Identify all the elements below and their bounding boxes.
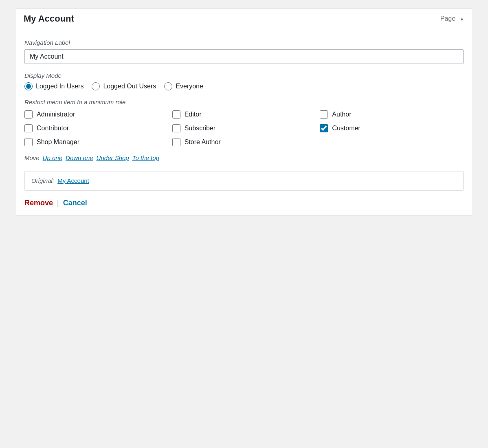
checkbox-customer[interactable]: Customer (320, 124, 464, 132)
radio-logged-in[interactable]: Logged In Users (24, 82, 84, 90)
checkbox-subscriber-input[interactable] (172, 124, 180, 132)
checkbox-author[interactable]: Author (320, 110, 464, 119)
widget-header[interactable]: My Account Page ▲ (16, 9, 472, 29)
radio-logged-out-label: Logged Out Users (103, 83, 156, 90)
display-mode-group: Display Mode Logged In Users Logged Out … (24, 72, 464, 90)
original-box: Original: My Account (24, 171, 464, 191)
checkbox-shop-manager-input[interactable] (24, 138, 33, 146)
widget-title: My Account (24, 13, 74, 24)
radio-logged-in-input[interactable] (24, 82, 33, 90)
checkbox-subscriber-label: Subscriber (185, 125, 215, 132)
checkbox-administrator-label: Administrator (37, 111, 75, 118)
checkbox-author-label: Author (332, 111, 351, 118)
radio-logged-out[interactable]: Logged Out Users (92, 82, 156, 90)
widget-panel: My Account Page ▲ Navigation Label Displ… (16, 8, 472, 216)
checkbox-customer-label: Customer (332, 125, 360, 132)
move-to-top-link[interactable]: To the top (132, 154, 159, 161)
checkbox-author-input[interactable] (320, 110, 328, 119)
checkbox-shop-manager-label: Shop Manager (37, 138, 79, 146)
checkbox-contributor[interactable]: Contributor (24, 124, 168, 132)
checkbox-store-author-label: Store Author (185, 138, 221, 146)
collapse-icon: ▲ (459, 16, 464, 22)
original-link[interactable]: My Account (57, 177, 89, 184)
checkbox-contributor-label: Contributor (37, 125, 69, 132)
nav-label-input[interactable] (24, 49, 464, 64)
checkbox-administrator[interactable]: Administrator (24, 110, 168, 119)
checkbox-editor-input[interactable] (172, 110, 180, 119)
roles-section-label: Restrict menu item to a minimum role (24, 99, 464, 105)
display-mode-label: Display Mode (24, 72, 464, 79)
checkbox-contributor-input[interactable] (24, 124, 33, 132)
move-under-shop-link[interactable]: Under Shop (97, 154, 129, 161)
checkbox-editor[interactable]: Editor (172, 110, 316, 119)
cancel-button[interactable]: Cancel (63, 199, 87, 207)
checkbox-shop-manager[interactable]: Shop Manager (24, 138, 168, 146)
checkbox-customer-input[interactable] (320, 124, 328, 132)
radio-everyone[interactable]: Everyone (164, 82, 203, 90)
widget-header-right: Page ▲ (440, 15, 464, 22)
checkbox-store-author-input[interactable] (172, 138, 180, 146)
move-down-one-link[interactable]: Down one (66, 154, 93, 161)
remove-button[interactable]: Remove (24, 199, 53, 207)
roles-checkboxes: Administrator Editor Author Contributor … (24, 110, 464, 146)
original-label: Original: My Account (31, 177, 89, 184)
nav-label-text: Navigation Label (24, 39, 464, 46)
move-section: Move Up one Down one Under Shop To the t… (24, 154, 464, 161)
display-mode-options: Logged In Users Logged Out Users Everyon… (24, 82, 464, 90)
move-label: Move (24, 154, 40, 161)
nav-label-group: Navigation Label (24, 39, 464, 64)
checkbox-subscriber[interactable]: Subscriber (172, 124, 316, 132)
radio-everyone-label: Everyone (176, 83, 203, 90)
page-label: Page (440, 15, 455, 22)
checkbox-editor-label: Editor (185, 111, 202, 118)
original-label-text: Original: (31, 177, 54, 184)
radio-everyone-input[interactable] (164, 82, 172, 90)
move-up-one-link[interactable]: Up one (43, 154, 62, 161)
widget-body: Navigation Label Display Mode Logged In … (16, 29, 472, 215)
actions-row: Remove | Cancel (24, 199, 464, 207)
radio-logged-in-label: Logged In Users (36, 83, 84, 90)
checkbox-store-author[interactable]: Store Author (172, 138, 316, 146)
roles-group: Restrict menu item to a minimum role Adm… (24, 99, 464, 146)
radio-logged-out-input[interactable] (92, 82, 100, 90)
checkbox-administrator-input[interactable] (24, 110, 33, 119)
action-separator: | (57, 199, 59, 207)
